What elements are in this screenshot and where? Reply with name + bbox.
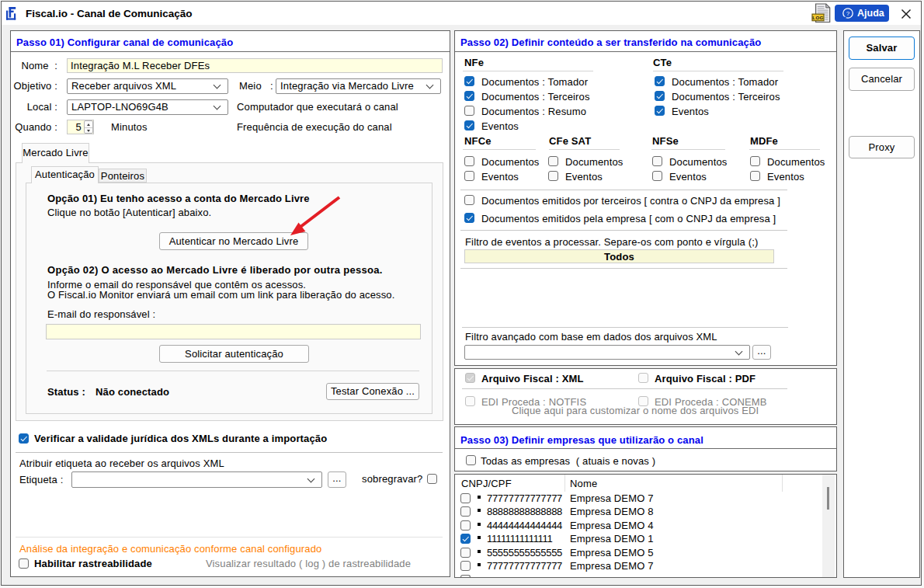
svg-text:?: ? bbox=[846, 10, 850, 17]
svg-text:LOG: LOG bbox=[812, 15, 823, 20]
